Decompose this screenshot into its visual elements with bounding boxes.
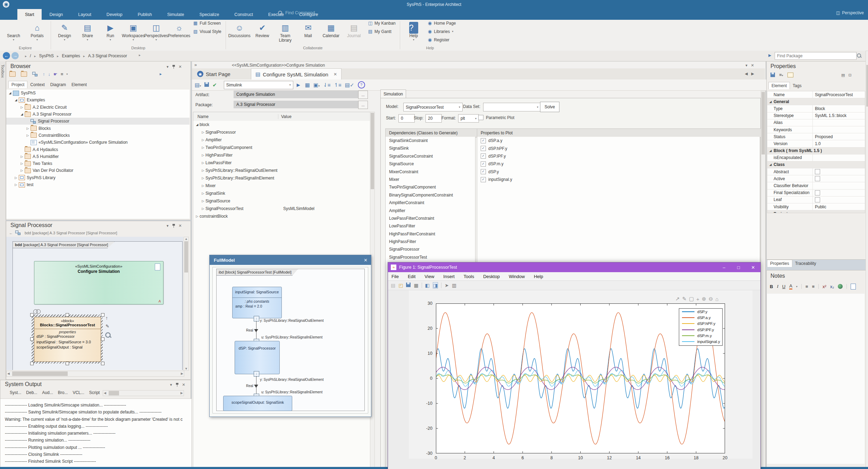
locate-icon[interactable]: ☛ [53,72,58,77]
plot-tool-icon[interactable]: ✎ [682,296,687,302]
output-tab[interactable]: Script [89,390,100,395]
zoom-icon[interactable] [105,332,111,338]
start-input[interactable]: 0 [398,114,415,123]
new-icon[interactable]: ▤▾ [195,82,201,88]
expand-icon[interactable]: ▷ [201,161,205,165]
plot-tool-icon[interactable]: ▢ [689,296,694,302]
plot-tool-icon[interactable]: ↗ [675,296,680,302]
tree-item[interactable]: A.4 Hydaulics [6,146,189,153]
format-combo[interactable]: plt▾ [458,114,479,123]
close-icon[interactable]: ✕ [364,258,368,263]
property-row[interactable]: ▷ Project [767,210,865,213]
browser-expand-icon[interactable]: ▸ [160,72,162,76]
main-vscrollbar[interactable] [761,91,766,468]
table-row[interactable]: ▷ SignalProcessorTest SysMLSimModel [193,205,370,212]
output-tab[interactable]: VCL... [73,390,84,395]
ribbon-button[interactable]: Search ▾ [2,20,25,41]
plot-property-item[interactable]: ✓ dSP.m.y [477,160,760,168]
property-row[interactable]: Stereotype SysML 1.5::block [767,112,865,119]
ribbon-button[interactable]: ▤ Journal ▾ [343,20,365,43]
expand-icon[interactable]: ▷ [14,183,18,186]
property-row[interactable]: ◢ General [767,98,865,105]
property-row[interactable]: ◢ Class [767,161,865,168]
quicklink-arrow-icon[interactable]: ↑ [106,315,108,321]
property-checkbox[interactable] [815,176,820,181]
plot-legend[interactable]: dSP.y dSP.a.y dSP.hPF.y dSP.lPF.y dSP.m.… [679,308,723,346]
expand-icon[interactable]: ▷ [201,169,205,172]
dependency-item[interactable]: BinarySignalComponentConstraint [386,191,475,199]
dependency-item[interactable]: SignalSinkConstraint [386,137,475,144]
property-row[interactable]: Type Block [767,105,865,112]
close-icon[interactable]: ✕ [182,383,185,387]
cursor-icon[interactable]: ➤ [445,283,449,288]
plot-tool-icon[interactable]: ⊖ [709,296,713,302]
folder-icon[interactable] [21,72,27,77]
selection-handle[interactable] [101,362,104,365]
tree-item[interactable]: «SysMLSimConfiguration» Configure Simula… [6,139,189,146]
hyperlink-globe-icon[interactable] [838,284,843,289]
menu-item[interactable]: Tools [464,274,474,279]
property-row[interactable]: isEncapsulated [767,154,865,161]
menu-item[interactable]: File [391,274,399,279]
parametric-checkbox[interactable] [478,115,483,120]
configure-simulation-artifact[interactable]: «SysMLSimConfiguration» Configure Simula… [34,261,163,304]
output-tab[interactable]: Syst... [10,390,21,395]
property-row[interactable]: Classifier Behavior [767,182,865,189]
hamburger-menu-icon[interactable]: ≡ [61,72,64,77]
property-row[interactable]: Final Specialization [767,190,865,196]
diagram-vscrollbar[interactable]: ▲ ▼ [184,237,189,371]
checkbox[interactable]: ✓ [481,138,486,143]
property-row[interactable]: ◢ Block ( from SysML 1.5 ) [767,148,865,154]
output-tab[interactable]: Bro... [58,390,68,395]
panel-menu-icon[interactable]: ▾ [167,65,169,69]
tree-item[interactable]: ▷ Two Tanks [6,160,189,167]
ribbon-tab[interactable]: Simulate [160,9,192,20]
plot-property-item[interactable]: ✓ dSP.hPF.y [477,144,760,152]
property-row[interactable]: Visibility Public [767,203,865,210]
ribbon-button[interactable]: ☺ Discussions ▾ [228,20,251,43]
dependency-item[interactable]: SignalProcessor [386,245,475,253]
table-row[interactable]: ▷ SysPhSLibrary::RealSignalInElement [193,174,370,182]
dependency-item[interactable]: SignalSource [386,160,475,168]
expand-icon[interactable]: ▷ [201,138,205,142]
toolbox-tab[interactable]: Toolbox [1,61,5,78]
minimize-icon[interactable]: – [717,265,731,270]
expand-icon[interactable]: ▷ [195,215,200,218]
ribbon-button[interactable]: ▤ Share ▾ [76,20,99,41]
tree-item[interactable]: ▷ A.2 Electric Circuit [6,104,189,111]
property-value[interactable] [812,126,865,133]
bold-button[interactable]: B [770,284,773,289]
plot-property-item[interactable]: ✓ dSP.a.y [477,137,760,144]
property-row[interactable]: Alias [767,119,865,126]
expand-icon[interactable]: ◢ [19,112,24,116]
property-value[interactable]: Proposed [812,133,865,140]
name-column-header[interactable]: Name [193,114,278,119]
output-tab[interactable]: Deb... [26,390,37,395]
selection-handle[interactable] [101,313,104,317]
checkbox[interactable]: ✓ [481,146,486,151]
expand-icon[interactable]: ▷ [201,153,205,157]
fullmodel-canvas[interactable]: ibd [block] SignalProcessorTest [FullMod… [212,267,368,413]
dependency-item[interactable]: SignalSink [386,144,475,152]
pin-icon[interactable] [172,65,175,69]
output-tabs-scrollbar[interactable]: ◀ ▶ [103,390,184,396]
scope-signal-block[interactable]: scopeSignalOutput: SignalSink [223,396,292,411]
ribbon-button[interactable]: ✉ Mail ▾ [297,20,320,43]
expand-icon[interactable]: ▷ [201,207,205,210]
browser-tab[interactable]: Context [27,81,47,88]
move-up-icon[interactable]: ↑ [43,72,45,77]
breadcrumb-item[interactable]: ▸Examples [57,53,80,58]
close-icon[interactable]: ✕ [179,224,182,228]
expand-icon[interactable]: ▷ [201,199,205,203]
close-icon[interactable]: ✕ [746,265,760,270]
tab-configure-sysml-simulation[interactable]: ▤ Configure SysML Simulation ✕ [251,68,342,80]
output-tab[interactable]: Aud... [42,390,53,395]
forward-button[interactable]: → [11,52,19,59]
new-package-icon[interactable] [9,72,16,77]
out-port[interactable]: ↓ [254,371,259,377]
back-icon[interactable]: ← [9,231,13,235]
property-checkbox[interactable] [815,190,820,195]
plot-property-item[interactable]: ✓ dSP.y [477,168,760,176]
expand-icon[interactable]: ▷ [201,192,205,195]
tree-item[interactable]: Signal Processor [6,118,189,125]
